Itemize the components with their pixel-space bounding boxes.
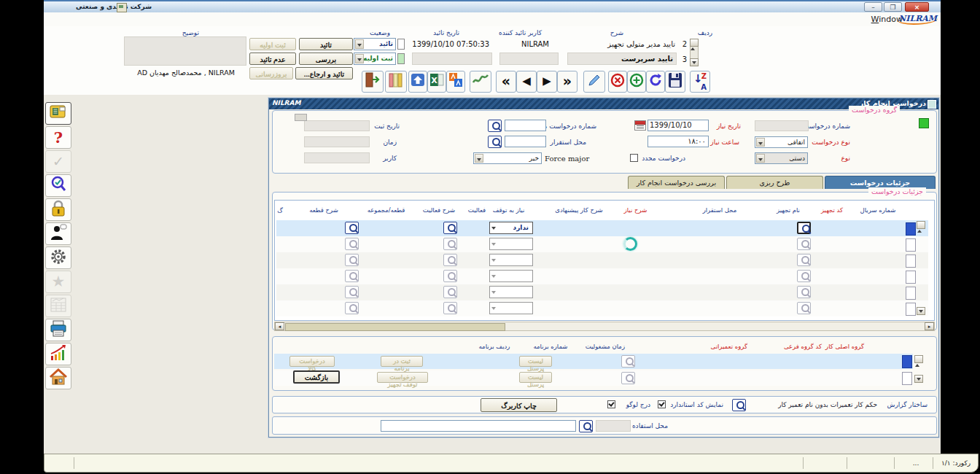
planning-scroll-up-button[interactable] [914, 355, 923, 363]
logo-checkbox[interactable] [607, 400, 615, 408]
sidebar-settings-button[interactable] [45, 246, 71, 269]
archive-button[interactable] [385, 71, 407, 93]
part-search-button[interactable] [345, 286, 359, 298]
part-search-button[interactable] [345, 238, 359, 250]
table-row[interactable] [276, 284, 928, 300]
table-scroll-down-button[interactable] [917, 307, 925, 315]
sidebar-search-button[interactable] [45, 174, 71, 197]
delete-button[interactable] [608, 71, 627, 93]
part-search-button[interactable] [345, 222, 359, 234]
equip-code-search-button[interactable] [797, 222, 811, 234]
location-search-button[interactable] [488, 136, 502, 148]
activity-search-button[interactable] [443, 286, 457, 298]
sidebar-home-button[interactable] [45, 367, 71, 389]
review-button[interactable]: بررسی [299, 53, 353, 65]
base-request-field[interactable] [505, 120, 546, 131]
table-row[interactable] [276, 300, 928, 316]
busy-time-search-button[interactable] [621, 355, 635, 368]
reject-button[interactable]: عدم تائید [249, 53, 296, 65]
need-stop-dropdown[interactable] [489, 254, 533, 266]
usage-search-button[interactable] [579, 420, 593, 432]
print-worksheet-button[interactable]: چاپ کاربرگ [481, 398, 557, 412]
edit-button[interactable] [583, 71, 605, 93]
minimize-button[interactable]: – [864, 2, 882, 12]
goods-request-button[interactable]: درخواست کالا [289, 356, 335, 367]
dropdown-arrow-icon[interactable] [355, 39, 364, 49]
need-stop-dropdown[interactable] [489, 286, 533, 298]
update-button[interactable]: بروزرسانی [249, 67, 293, 79]
row-selector[interactable] [906, 303, 916, 316]
re-request-checkbox[interactable] [630, 154, 638, 162]
planning-scroll-down-button[interactable] [914, 375, 923, 383]
report-search-button[interactable] [732, 399, 746, 411]
sidebar-report-button[interactable] [45, 295, 71, 317]
nav-prev-button[interactable]: ◀ [516, 71, 537, 93]
planning-row[interactable] [274, 370, 913, 386]
restore-button[interactable]: ❐ [884, 2, 902, 12]
back-button[interactable]: بازگشت [293, 370, 340, 384]
upload-button[interactable] [408, 71, 427, 93]
location-field[interactable] [505, 136, 546, 147]
base-request-search-button[interactable] [488, 120, 502, 132]
calendar-icon[interactable] [634, 120, 646, 131]
details-hscrollbar[interactable]: ◂ ▸ [274, 322, 935, 331]
refresh-button[interactable] [646, 71, 665, 93]
excel-export-button[interactable]: X [427, 71, 446, 93]
row-selector[interactable] [906, 255, 916, 268]
row-selector[interactable] [906, 287, 916, 300]
request-type-dropdown[interactable]: اتفاقی [755, 136, 808, 148]
add-button[interactable] [627, 71, 646, 93]
inner-titlebar[interactable]: درخواست انجام کار NILRAM [269, 98, 938, 109]
force-major-dropdown[interactable]: خیر [473, 152, 542, 164]
nav-next-button[interactable]: ▶ [537, 71, 557, 93]
activity-search-button[interactable] [443, 222, 457, 234]
activity-search-button[interactable] [443, 254, 457, 266]
dropdown-arrow-icon[interactable] [355, 54, 364, 63]
comment-field[interactable] [124, 36, 246, 66]
table-row[interactable] [276, 236, 928, 252]
nav-first-button[interactable]: « [496, 71, 516, 93]
equip-code-search-button[interactable] [797, 302, 811, 314]
busy-time-search-button[interactable] [621, 372, 635, 384]
sidebar-lock-button[interactable] [45, 198, 71, 221]
sidebar-help-button[interactable]: ? [45, 126, 71, 149]
need-date-field[interactable]: 1399/10/10 [648, 120, 709, 131]
equipment-stop-request-button[interactable]: درخواست توقف تجهیز [377, 372, 428, 383]
close-button[interactable]: × [905, 2, 929, 12]
row-selector[interactable] [906, 238, 916, 252]
exit-button[interactable] [362, 71, 384, 93]
need-stop-dropdown[interactable]: ندارد [489, 222, 533, 234]
personnel-list-button-1[interactable]: لیست پرسنل [519, 356, 552, 367]
row-down-button[interactable] [690, 58, 699, 66]
activity-search-button[interactable] [443, 302, 457, 314]
table-row[interactable] [276, 268, 928, 284]
sidebar-user-button[interactable] [45, 222, 71, 245]
initial-register-button[interactable]: ثبت اولیه [249, 38, 296, 50]
translate-button[interactable] [446, 71, 465, 93]
activity-search-button[interactable] [443, 238, 457, 250]
part-search-button[interactable] [345, 302, 359, 314]
equip-code-search-button[interactable] [797, 254, 811, 266]
sidebar-favorite-button[interactable]: ★ [45, 271, 71, 293]
tab-review[interactable]: بررسی درخواست انجام کار [628, 176, 725, 189]
need-stop-dropdown[interactable] [489, 270, 533, 282]
sort-button[interactable]: ↓ Z A [690, 71, 710, 93]
confirm-refer-button[interactable]: تائید و ارجاع... [295, 67, 353, 79]
save-button[interactable] [665, 71, 685, 93]
usage-desc-field[interactable] [381, 420, 576, 432]
sidebar-chart-button[interactable] [45, 343, 71, 365]
register-in-program-button[interactable]: ثبت در برنامه [381, 356, 423, 367]
table-row[interactable] [276, 252, 928, 268]
confirm-button[interactable]: تائید [299, 38, 353, 50]
row-selector[interactable] [902, 372, 912, 385]
need-stop-dropdown[interactable] [489, 238, 533, 250]
signature-button[interactable] [470, 71, 491, 93]
sidebar-notes-button[interactable] [45, 102, 71, 125]
nav-last-button[interactable]: » [557, 71, 578, 93]
row-selector[interactable] [906, 271, 916, 284]
std-code-checkbox[interactable] [658, 400, 666, 408]
equip-code-search-button[interactable] [797, 270, 811, 282]
dropdown-arrow-icon[interactable] [475, 154, 483, 163]
need-time-field[interactable]: ۱۸:۰۰ [648, 136, 709, 147]
status-dropdown-row2[interactable]: ثبت اولیه [354, 53, 396, 65]
